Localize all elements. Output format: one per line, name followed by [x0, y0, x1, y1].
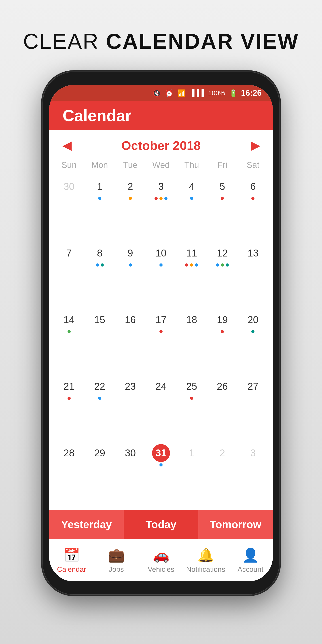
cal-day-11[interactable]: 11: [176, 241, 207, 308]
cal-day-2[interactable]: 2: [115, 174, 146, 241]
account-nav-icon: 👤: [242, 547, 259, 563]
nav-label-calendar: Calendar: [57, 565, 86, 574]
nav-label-notifications: Notifications: [186, 565, 225, 574]
cal-day-6[interactable]: 6: [238, 174, 268, 241]
day-header-sun: Sun: [54, 158, 84, 172]
page-title: CLEAR CALENDAR VIEW: [23, 29, 299, 54]
wifi-icon: 📶: [177, 89, 186, 97]
nav-item-vehicles[interactable]: 🚗 Vehicles: [139, 547, 183, 574]
month-label: October 2018: [122, 138, 201, 153]
cal-day-26[interactable]: 26: [207, 374, 238, 441]
nav-item-jobs[interactable]: 💼 Jobs: [94, 547, 139, 574]
cal-day-15[interactable]: 15: [84, 308, 115, 374]
cal-day-18[interactable]: 18: [176, 308, 207, 374]
cal-day-30[interactable]: 30: [115, 441, 146, 508]
cal-day-16[interactable]: 16: [115, 308, 146, 374]
cal-day-9[interactable]: 9: [115, 241, 146, 308]
cal-day-21[interactable]: 21: [54, 374, 84, 441]
cal-day-10[interactable]: 10: [146, 241, 176, 308]
cal-day-28[interactable]: 28: [54, 441, 84, 508]
next-month-button[interactable]: ▶: [251, 139, 260, 152]
day-header-tue: Tue: [115, 158, 146, 172]
today-button[interactable]: Today: [124, 510, 198, 539]
tomorrow-button[interactable]: Tomorrow: [198, 510, 273, 539]
cal-day-19[interactable]: 19: [207, 308, 238, 374]
cal-day-22[interactable]: 22: [84, 374, 115, 441]
alarm-icon: ⏰: [165, 89, 173, 97]
nav-label-vehicles: Vehicles: [148, 565, 174, 574]
cal-day-3-nov[interactable]: 3: [238, 441, 268, 508]
cal-day-14[interactable]: 14: [54, 308, 84, 374]
cal-day-29[interactable]: 29: [84, 441, 115, 508]
calendar-grid: 30 1 2 3 4 5 6 7 8 9 10 11 12 13 14 15 1…: [49, 172, 273, 510]
calendar-container: ◀ October 2018 ▶ Sun Mon Tue Wed Thu Fri…: [49, 130, 273, 582]
cal-day-17[interactable]: 17: [146, 308, 176, 374]
mute-icon: 🔇: [153, 89, 161, 97]
phone-shell: 🔇 ⏰ 📶 ▐▐▐ 100% 🔋 16:26 Calendar ◀ Octob: [42, 72, 280, 595]
cal-day-2-nov[interactable]: 2: [207, 441, 238, 508]
vehicles-nav-icon: 🚗: [153, 547, 170, 563]
cal-day-12[interactable]: 12: [207, 241, 238, 308]
battery-icon: 🔋: [229, 89, 238, 97]
cal-day-4[interactable]: 4: [176, 174, 207, 241]
cal-day-20[interactable]: 20: [238, 308, 268, 374]
app-header: Calendar: [49, 101, 273, 130]
status-time: 16:26: [241, 88, 262, 98]
day-header-mon: Mon: [84, 158, 115, 172]
cal-day-30-sep[interactable]: 30: [54, 174, 84, 241]
cal-day-8[interactable]: 8: [84, 241, 115, 308]
cal-day-3[interactable]: 3: [146, 174, 176, 241]
cal-day-24[interactable]: 24: [146, 374, 176, 441]
battery-label: 100%: [208, 89, 225, 97]
calendar-nav-icon: 📅: [63, 547, 80, 563]
cal-day-5[interactable]: 5: [207, 174, 238, 241]
day-header-thu: Thu: [176, 158, 207, 172]
status-icons: 🔇 ⏰ 📶 ▐▐▐ 100% 🔋: [153, 89, 238, 97]
nav-item-account[interactable]: 👤 Account: [228, 547, 273, 574]
nav-label-account: Account: [238, 565, 264, 574]
cal-day-23[interactable]: 23: [115, 374, 146, 441]
phone-screen: 🔇 ⏰ 📶 ▐▐▐ 100% 🔋 16:26 Calendar ◀ Octob: [49, 85, 273, 582]
jobs-nav-icon: 💼: [108, 547, 125, 563]
nav-label-jobs: Jobs: [109, 565, 124, 574]
cal-day-1-nov[interactable]: 1: [176, 441, 207, 508]
cal-day-31-today[interactable]: 31: [146, 441, 176, 508]
prev-month-button[interactable]: ◀: [62, 139, 71, 152]
cal-day-7[interactable]: 7: [54, 241, 84, 308]
cal-day-25[interactable]: 25: [176, 374, 207, 441]
cal-day-13[interactable]: 13: [238, 241, 268, 308]
cal-day-27[interactable]: 27: [238, 374, 268, 441]
status-bar: 🔇 ⏰ 📶 ▐▐▐ 100% 🔋 16:26: [49, 85, 273, 101]
notifications-nav-icon: 🔔: [198, 547, 214, 563]
signal-icon: ▐▐▐: [190, 89, 204, 97]
month-nav: ◀ October 2018 ▶: [49, 130, 273, 158]
app-header-title: Calendar: [62, 106, 132, 125]
day-header-wed: Wed: [146, 158, 176, 172]
nav-item-notifications[interactable]: 🔔 Notifications: [183, 547, 228, 574]
bottom-nav: 📅 Calendar 💼 Jobs 🚗 Vehicles 🔔 Notificat…: [49, 539, 273, 582]
quick-date-buttons: Yesterday Today Tomorrow: [49, 510, 273, 539]
day-header-sat: Sat: [238, 158, 268, 172]
day-headers: Sun Mon Tue Wed Thu Fri Sat: [49, 158, 273, 172]
nav-item-calendar[interactable]: 📅 Calendar: [49, 547, 94, 574]
cal-day-1[interactable]: 1: [84, 174, 115, 241]
yesterday-button[interactable]: Yesterday: [49, 510, 124, 539]
day-header-fri: Fri: [207, 158, 238, 172]
